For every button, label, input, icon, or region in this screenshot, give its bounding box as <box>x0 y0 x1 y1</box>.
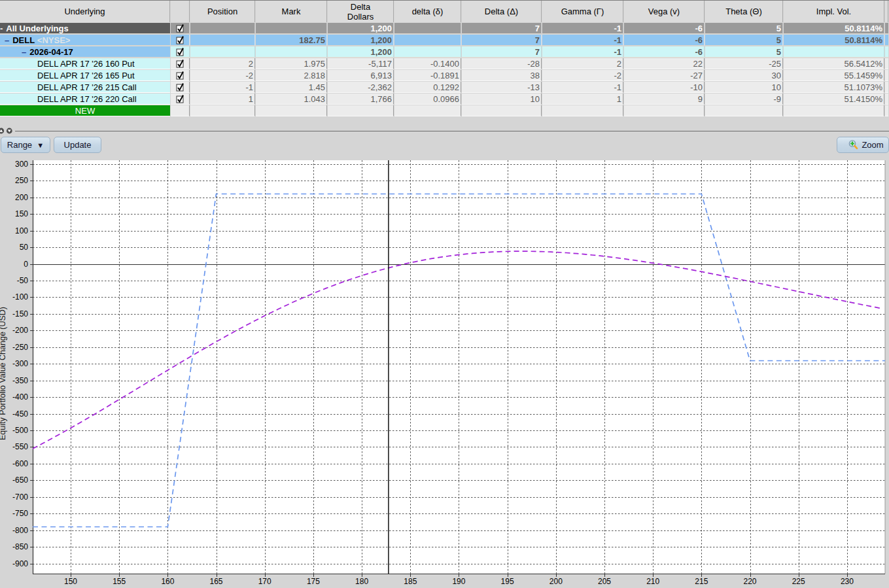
svg-text:250: 250 <box>15 176 28 185</box>
svg-text:-850: -850 <box>12 542 28 551</box>
svg-text:150: 150 <box>64 577 77 586</box>
svg-text:Equity Portfolio Value Change: Equity Portfolio Value Change (USD) <box>0 307 7 440</box>
svg-text:-800: -800 <box>12 526 28 535</box>
svg-text:220: 220 <box>743 577 756 586</box>
svg-text:215: 215 <box>695 577 708 586</box>
svg-text:-200: -200 <box>12 326 28 335</box>
svg-text:300: 300 <box>15 160 28 169</box>
svg-text:185: 185 <box>404 577 417 586</box>
svg-text:-400: -400 <box>12 392 28 402</box>
svg-text:50: 50 <box>20 243 29 252</box>
svg-text:210: 210 <box>646 577 659 586</box>
svg-text:0: 0 <box>24 260 28 269</box>
svg-text:180: 180 <box>355 577 368 586</box>
svg-text:-750: -750 <box>12 509 28 518</box>
svg-text:160: 160 <box>161 577 174 586</box>
svg-text:230: 230 <box>841 577 854 586</box>
svg-text:-450: -450 <box>12 409 28 419</box>
svg-text:-50: -50 <box>17 276 29 285</box>
svg-text:200: 200 <box>15 193 28 202</box>
svg-text:-150: -150 <box>12 309 28 319</box>
svg-text:-700: -700 <box>12 493 28 502</box>
svg-text:150: 150 <box>15 209 28 218</box>
svg-text:165: 165 <box>209 577 222 586</box>
svg-text:170: 170 <box>258 577 271 586</box>
svg-text:-500: -500 <box>12 426 28 435</box>
svg-text:-650: -650 <box>12 476 28 485</box>
svg-text:-900: -900 <box>12 559 28 568</box>
svg-text:100: 100 <box>15 226 28 235</box>
svg-text:195: 195 <box>501 577 514 586</box>
svg-text:205: 205 <box>598 577 611 586</box>
svg-text:225: 225 <box>792 577 805 586</box>
svg-text:-550: -550 <box>12 442 28 451</box>
svg-text:-250: -250 <box>12 343 28 352</box>
svg-text:155: 155 <box>113 577 126 586</box>
svg-text:-300: -300 <box>12 359 28 368</box>
svg-text:175: 175 <box>307 577 320 586</box>
svg-text:-350: -350 <box>12 376 28 385</box>
svg-text:190: 190 <box>452 577 465 586</box>
svg-text:-600: -600 <box>12 459 28 468</box>
svg-text:-100: -100 <box>12 292 28 302</box>
svg-text:200: 200 <box>549 577 563 586</box>
